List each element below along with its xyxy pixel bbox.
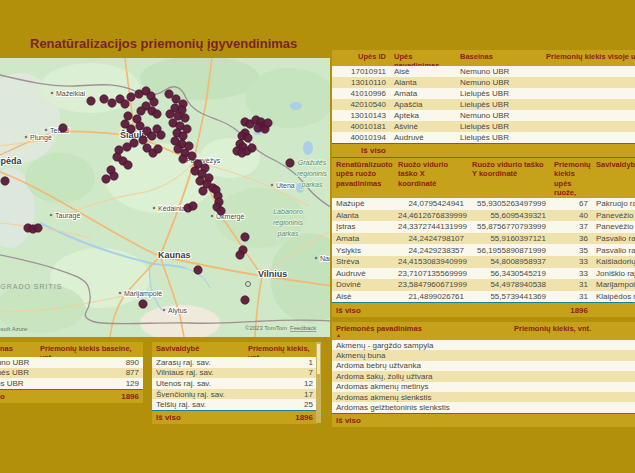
river-point-marker[interactable] [124,112,132,120]
river-point-marker[interactable] [1,177,9,185]
table-row[interactable]: Ardoma bebrų užtvanka [332,361,635,371]
table-row[interactable]: Ardoma šakų, žolių užtvara [332,371,635,381]
river-point-marker[interactable] [34,224,42,232]
river-point-marker[interactable] [108,99,116,107]
table-row[interactable]: Telšių raj. sav.25 [152,399,317,410]
river-point-marker[interactable] [181,114,189,122]
table-row[interactable]: Švenčionių raj. sav.17 [152,389,317,400]
river-point-marker[interactable] [123,143,131,151]
map-feedback-link[interactable]: Feedback [290,325,317,331]
column-header[interactable]: Savivaldybė [152,344,244,353]
river-point-marker[interactable] [139,136,147,144]
scrollbar-thumb[interactable] [317,344,320,374]
table-cell: 55,9160397121 [468,234,550,243]
table-row[interactable]: Vilniaus raj. sav.7 [152,368,317,379]
table-row[interactable]: Strėva24,415308394099954,800895893733Kai… [332,256,635,268]
table-row[interactable]: Lielupės UBR877 [0,368,143,379]
column-header[interactable]: Priemonės pavadinimas▲ [332,324,510,338]
table-row[interactable]: Amata24,242479810755,916039712136Pasvali… [332,233,635,245]
column-header[interactable]: Upės pavadinimas▲ [390,52,456,66]
table-row[interactable]: 17010911AisėNemuno UBR [332,66,635,77]
river-point-marker[interactable] [172,95,180,103]
table-row[interactable]: Zarasų raj. sav.1 [152,357,317,368]
river-point-marker[interactable] [179,155,187,163]
table-row[interactable]: Dovinė23,584796067199954,497894053831Mar… [332,279,635,291]
column-header[interactable]: Ruožo vidurio taško Y koordinatė [468,160,550,179]
table-row[interactable]: Ardomas gelžbetoninis slenkstis [332,402,635,412]
table-row[interactable]: Akmenų - gargždo sampyla [332,340,635,350]
column-header[interactable]: Priemonių kiekis, vnt. [510,324,635,333]
river-point-marker[interactable] [154,145,162,153]
rivers-table[interactable]: Upės IDUpės pavadinimas▲BaseinasPriemoni… [332,50,635,158]
river-point-marker[interactable] [166,110,174,118]
river-point-marker[interactable] [137,107,145,115]
column-header[interactable]: Renatūralizuoto upės ruožo pavadinimas [332,160,394,188]
column-header[interactable]: Priemonių kiekis visoje upėje, vnt. [542,52,635,61]
table-row[interactable]: Ardomas akmenų metinys [332,382,635,392]
river-point-marker[interactable] [121,100,129,108]
table-row[interactable]: Akmenų buna [332,350,635,360]
table-row[interactable]: Audruvė23,710713556999956,343054521933Jo… [332,268,635,280]
table-row[interactable]: Mažupė24,079542494155,930526349799967Pak… [332,198,635,210]
table-row[interactable]: Ventos UBR129 [0,378,143,389]
river-point-marker[interactable] [59,124,67,132]
river-point-marker[interactable] [139,300,147,308]
column-header[interactable]: Savivaldybė [592,160,635,169]
table-row[interactable]: 40010181AšvinėLielupės UBR [332,121,635,132]
table-row[interactable]: Įstras24,337274413199955,875677079399937… [332,221,635,233]
river-point-marker[interactable] [241,233,249,241]
river-point-marker[interactable] [217,207,225,215]
table-row[interactable]: Aisė21,489902676155,573944136931Klaipėdo… [332,291,635,303]
river-point-marker[interactable] [286,159,294,167]
table-row[interactable]: Yslykis24,242923835756,195589087199935Pa… [332,244,635,256]
column-header[interactable]: Baseinas [0,344,36,353]
table-row[interactable]: Utenos raj. sav.12 [152,378,317,389]
river-point-marker[interactable] [136,122,144,130]
river-point-marker[interactable] [241,296,249,304]
river-point-marker[interactable] [244,134,252,142]
river-segments-table[interactable]: Renatūralizuoto upės ruožo pavadinimasRu… [332,158,635,317]
table-row[interactable]: 41010996AmataLielupės UBR [332,88,635,99]
river-point-marker[interactable] [248,144,256,152]
table-row[interactable]: Nemuno UBR890 [0,357,143,368]
municipalities-table[interactable]: SavivaldybėPriemonių kiekis, vnt.▲Zarasų… [152,342,317,424]
river-point-marker[interactable] [110,172,118,180]
river-point-marker[interactable] [194,266,202,274]
river-point-marker[interactable] [124,161,132,169]
table-row[interactable]: Ardomas akmenų slenkstis [332,392,635,402]
river-point-marker[interactable] [148,132,156,140]
map[interactable]: MažeikiaiPlungėTelšiaiKlaipėdaŠiauliaiPa… [0,58,330,337]
measures-table[interactable]: Priemonės pavadinimas▲Priemonių kiekis, … [332,322,635,427]
river-point-marker[interactable] [236,251,244,259]
column-header[interactable]: Baseinas [456,52,542,61]
river-point-marker[interactable] [179,132,187,140]
river-point-marker[interactable] [188,152,196,160]
column-header[interactable]: Priemonių kiekis, vnt.▲ [244,344,317,357]
river-point-marker[interactable] [87,97,95,105]
river-point-marker[interactable] [199,187,207,195]
municipalities-scrollbar[interactable] [316,342,321,423]
total-cell: 1896 [36,392,143,401]
column-header[interactable]: Ruožo vidurio taško X koordinatė [394,160,468,188]
column-header[interactable]: Priemonių kiekis baseine, vnt.▼ [36,344,143,357]
river-point-marker[interactable] [189,202,197,210]
map-canvas[interactable]: MažeikiaiPlungėTelšiaiKlaipėdaŠiauliaiPa… [0,58,330,337]
column-header[interactable]: Priemonių kiekis upės ruože, vnt.▼ [550,160,592,198]
river-point-marker[interactable] [150,98,158,106]
basins-table[interactable]: BaseinasPriemonių kiekis baseine, vnt.▼N… [0,342,143,403]
river-point-marker[interactable] [165,90,173,98]
river-point-marker[interactable] [127,125,135,133]
table-row[interactable]: 40010194AudruvėLielupės UBR [332,132,635,143]
table-row[interactable]: 13010143AptekaNemuno UBR [332,110,635,121]
table-row[interactable]: 42010540ApaščiaLielupės UBR [332,99,635,110]
river-point-marker[interactable] [157,131,165,139]
table-row[interactable]: Alanta24,461267683999955,609543932140Pan… [332,210,635,222]
river-point-marker[interactable] [264,119,272,127]
river-point-marker[interactable] [127,93,135,101]
river-point-marker[interactable] [153,110,161,118]
table-cell: 23,7107135569999 [394,269,468,278]
table-row[interactable]: 13010110AlantaNemuno UBR [332,77,635,88]
column-header[interactable]: Upės ID [332,52,390,61]
river-point-marker[interactable] [100,95,108,103]
river-point-marker[interactable] [102,175,110,183]
